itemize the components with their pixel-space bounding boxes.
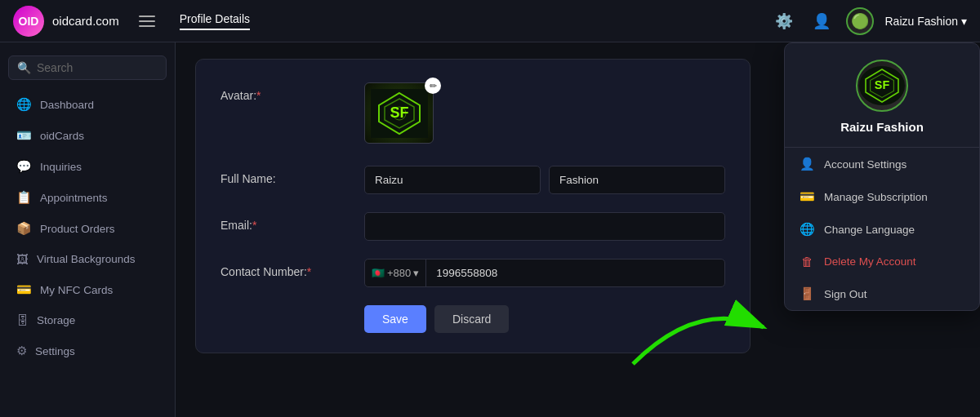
- sign-out-icon: 🚪: [800, 286, 814, 301]
- avatar-required: *: [256, 89, 261, 102]
- avatar-container: SF ✏: [364, 82, 438, 148]
- product-orders-icon: 📦: [16, 221, 32, 236]
- sidebar-item-virtual-backgrounds[interactable]: 🖼 Virtual Backgrounds: [3, 245, 172, 273]
- avatar-svg: SF: [371, 89, 428, 138]
- nav-center: Profile Details: [155, 12, 771, 30]
- contact-row: Contact Number:* 🇧🇩 +880 ▾: [220, 259, 725, 287]
- sidebar-item-my-nfc-cards[interactable]: 💳 My NFC Cards: [3, 275, 172, 304]
- fullname-fields: [364, 166, 725, 194]
- dropdown-avatar: SF: [856, 60, 908, 112]
- profile-icon[interactable]: 👤: [808, 8, 835, 34]
- button-row: Save Discard: [220, 305, 725, 333]
- save-button[interactable]: Save: [364, 305, 426, 333]
- phone-dropdown-icon: ▾: [413, 267, 419, 279]
- nav-right: ⚙️ 👤 🟢 Raizu Fashion ▾: [771, 7, 968, 35]
- first-name-input[interactable]: [364, 166, 541, 194]
- search-icon: 🔍: [17, 61, 31, 74]
- contact-required: *: [307, 265, 311, 278]
- logo-icon[interactable]: OID: [13, 6, 44, 37]
- phone-input[interactable]: [426, 260, 724, 286]
- settings-icon[interactable]: ⚙️: [771, 8, 797, 34]
- tab-profile-details[interactable]: Profile Details: [180, 12, 250, 30]
- contact-label: Contact Number:*: [220, 259, 351, 278]
- email-input[interactable]: [364, 212, 725, 241]
- phone-row: 🇧🇩 +880 ▾: [364, 259, 725, 287]
- dropdown-header: SF Raizu Fashion: [785, 43, 979, 148]
- menu-item-delete-account[interactable]: 🗑 Delete My Account: [785, 246, 979, 277]
- profile-card: Avatar:* SF ✏: [195, 59, 751, 353]
- sidebar-item-oidcards[interactable]: 🪪 oidCards: [3, 121, 172, 150]
- search-box[interactable]: 🔍: [8, 55, 167, 80]
- avatar-image: SF: [364, 82, 434, 144]
- logo-area: OID oidcard.com: [13, 6, 155, 37]
- menu-item-manage-subscription[interactable]: 💳 Manage Subscription: [785, 180, 979, 213]
- search-input[interactable]: [37, 61, 158, 74]
- phone-flag[interactable]: 🇧🇩 +880 ▾: [365, 260, 426, 286]
- storage-icon: 🗄: [16, 313, 29, 327]
- email-label: Email:*: [220, 212, 351, 232]
- inquiries-icon: 💬: [16, 159, 32, 174]
- menu-item-change-language[interactable]: 🌐 Change Language: [785, 213, 979, 246]
- menu-item-sign-out[interactable]: 🚪 Sign Out: [785, 277, 979, 310]
- account-settings-icon: 👤: [800, 157, 814, 171]
- svg-text:SF: SF: [875, 78, 890, 91]
- dropdown-panel: SF Raizu Fashion 👤 Account Settings 💳 Ma…: [784, 42, 980, 311]
- virtual-backgrounds-icon: 🖼: [16, 252, 29, 266]
- user-avatar-nav[interactable]: 🟢: [846, 7, 874, 35]
- last-name-input[interactable]: [549, 166, 725, 194]
- change-language-icon: 🌐: [800, 222, 814, 237]
- flag-icon: 🇧🇩: [372, 267, 385, 279]
- logo-text: oidcard.com: [52, 14, 119, 28]
- email-row: Email:*: [220, 212, 725, 241]
- discard-button[interactable]: Discard: [434, 305, 509, 333]
- sidebar-item-inquiries[interactable]: 💬 Inquiries: [3, 152, 172, 181]
- menu-item-account-settings[interactable]: 👤 Account Settings: [785, 148, 979, 180]
- avatar-edit-button[interactable]: ✏: [425, 78, 441, 94]
- sidebar-item-appointments[interactable]: 📋 Appointments: [3, 183, 172, 212]
- settings-sidebar-icon: ⚙: [16, 344, 27, 358]
- sidebar: 🔍 🌐 Dashboard 🪪 oidCards 💬 Inquiries 📋 A…: [0, 42, 176, 417]
- dropdown-user-name: Raizu Fashion: [840, 120, 924, 134]
- fullname-row: Full Name:: [220, 166, 725, 194]
- hamburger-menu[interactable]: [139, 16, 155, 27]
- avatar-row: Avatar:* SF ✏: [220, 82, 725, 148]
- user-name-nav[interactable]: Raizu Fashion ▾: [885, 15, 968, 28]
- appointments-icon: 📋: [16, 190, 32, 205]
- avatar-label: Avatar:*: [220, 82, 351, 102]
- nfc-cards-icon: 💳: [16, 282, 32, 297]
- main-layout: 🔍 🌐 Dashboard 🪪 oidCards 💬 Inquiries 📋 A…: [0, 42, 980, 417]
- chevron-down-icon: ▾: [961, 15, 967, 28]
- email-required: *: [252, 219, 256, 232]
- sidebar-item-product-orders[interactable]: 📦 Product Orders: [3, 214, 172, 243]
- fullname-label: Full Name:: [220, 166, 351, 185]
- dashboard-icon: 🌐: [16, 97, 32, 112]
- topnav: OID oidcard.com Profile Details ⚙️ 👤 🟢 R…: [0, 0, 980, 42]
- manage-subscription-icon: 💳: [800, 189, 814, 204]
- sidebar-item-dashboard[interactable]: 🌐 Dashboard: [3, 90, 172, 119]
- delete-account-icon: 🗑: [800, 255, 814, 268]
- email-field-wrap: [364, 212, 725, 241]
- content-area: Avatar:* SF ✏: [176, 42, 980, 417]
- oidcards-icon: 🪪: [16, 128, 32, 143]
- sidebar-item-storage[interactable]: 🗄 Storage: [3, 306, 172, 335]
- sidebar-item-settings[interactable]: ⚙ Settings: [3, 336, 172, 366]
